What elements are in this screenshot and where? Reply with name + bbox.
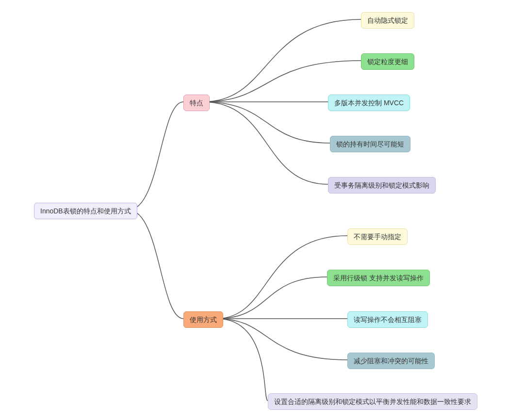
leaf-usage-1[interactable]: 采用行级锁 支持并发读写操作: [327, 270, 430, 286]
leaf-label: 受事务隔离级别和锁定模式影响: [334, 181, 429, 189]
branch-usage[interactable]: 使用方式: [183, 311, 223, 328]
leaf-usage-2[interactable]: 读写操作不会相互阻塞: [347, 311, 428, 328]
leaf-usage-4[interactable]: 设置合适的隔离级别和锁定模式以平衡并发性能和数据一致性要求: [268, 393, 477, 410]
leaf-label: 锁定粒度更细: [367, 58, 408, 65]
leaf-label: 锁的持有时间尽可能短: [336, 140, 404, 148]
leaf-usage-3[interactable]: 减少阻塞和冲突的可能性: [347, 353, 435, 369]
leaf-features-0[interactable]: 自动隐式锁定: [361, 12, 414, 29]
leaf-label: 多版本并发控制 MVCC: [334, 99, 404, 107]
leaf-label: 自动隐式锁定: [367, 16, 408, 24]
leaf-label: 减少阻塞和冲突的可能性: [354, 357, 428, 365]
branch-features-label: 特点: [190, 99, 203, 107]
leaf-usage-0[interactable]: 不需要手动指定: [347, 228, 408, 245]
branch-features[interactable]: 特点: [183, 95, 210, 111]
leaf-features-3[interactable]: 锁的持有时间尽可能短: [330, 136, 410, 152]
leaf-label: 不需要手动指定: [354, 233, 401, 241]
leaf-label: 读写操作不会相互阻塞: [354, 316, 422, 323]
leaf-features-4[interactable]: 受事务隔离级别和锁定模式影响: [328, 177, 436, 194]
leaf-features-1[interactable]: 锁定粒度更细: [361, 53, 414, 70]
leaf-label: 采用行级锁 支持并发读写操作: [333, 274, 424, 282]
branch-usage-label: 使用方式: [190, 316, 217, 323]
leaf-features-2[interactable]: 多版本并发控制 MVCC: [328, 95, 410, 111]
root-node[interactable]: InnoDB表锁的特点和使用方式: [34, 203, 137, 219]
leaf-label: 设置合适的隔离级别和锁定模式以平衡并发性能和数据一致性要求: [274, 398, 471, 405]
root-label: InnoDB表锁的特点和使用方式: [40, 207, 131, 215]
